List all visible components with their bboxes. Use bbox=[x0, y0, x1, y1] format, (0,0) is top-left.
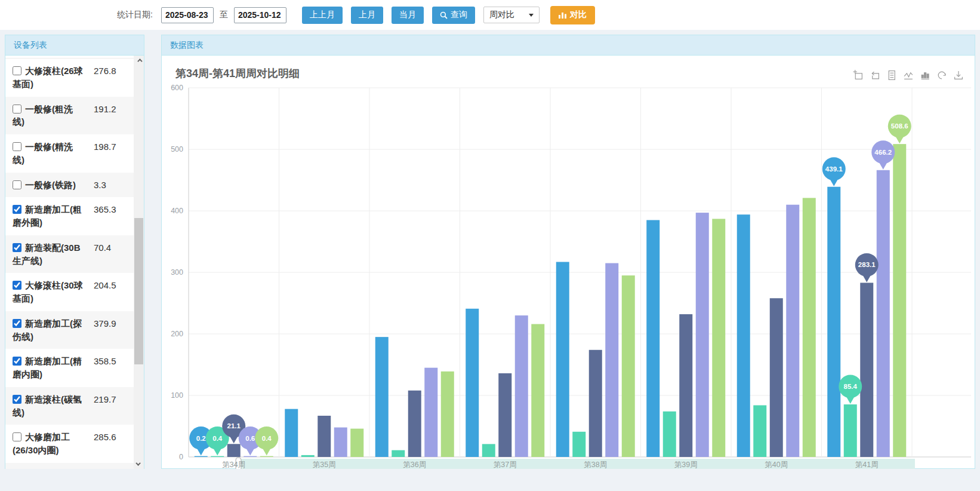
marker-pin-label: 0.6 bbox=[245, 435, 255, 442]
y-axis-label: 400 bbox=[171, 207, 183, 215]
bar bbox=[350, 429, 363, 457]
equipment-label: 大修滚柱(30球基面) bbox=[13, 279, 84, 305]
equipment-label: 一般修(粗洗线) bbox=[13, 103, 84, 129]
date-from-input[interactable] bbox=[161, 7, 214, 23]
chart-panel-title: 数据图表 bbox=[162, 35, 975, 56]
equipment-row[interactable]: 新造滚柱(碳氢线)219.7 bbox=[5, 387, 134, 425]
equipment-row[interactable]: 大修滚柱(26球基面)276.8 bbox=[5, 59, 134, 97]
bar bbox=[301, 455, 315, 457]
equipment-row[interactable]: 新造磨加工(探伤线)379.9 bbox=[5, 311, 134, 349]
bar bbox=[622, 275, 635, 457]
bar-chart-icon[interactable] bbox=[920, 70, 930, 81]
bar bbox=[827, 187, 840, 457]
bar bbox=[392, 450, 405, 457]
equipment-row[interactable]: 一般修(铁路)3.3 bbox=[5, 173, 134, 198]
bar bbox=[860, 283, 873, 457]
compare-mode-select[interactable]: 周对比 bbox=[483, 7, 540, 23]
scroll-down-arrow[interactable] bbox=[134, 459, 144, 469]
equipment-label: 一般修(铁路) bbox=[13, 179, 84, 192]
chart-title: 第34周-第41周周对比明细 bbox=[175, 66, 300, 81]
equipment-label: 新造磨加工(精磨内圈) bbox=[13, 355, 84, 381]
prev-month-button[interactable]: 上月 bbox=[351, 7, 383, 24]
equipment-row[interactable]: 新造磨加工(粗磨外圈)365.3 bbox=[5, 197, 134, 235]
equipment-label: 一般修(精洗线) bbox=[13, 140, 84, 167]
scroll-up-arrow[interactable] bbox=[134, 56, 144, 65]
bar bbox=[227, 444, 241, 457]
equipment-checkbox[interactable] bbox=[13, 243, 21, 252]
search-icon bbox=[440, 11, 448, 19]
compare-button[interactable]: 对比 bbox=[550, 6, 595, 24]
y-axis-label: 100 bbox=[171, 391, 183, 400]
bar bbox=[515, 315, 528, 457]
sidebar-scrollbar[interactable] bbox=[134, 56, 144, 469]
top-toolbar: 统计日期: 至 上上月 上月 当月 查询 周对比 对比 bbox=[0, 0, 980, 30]
equipment-label: 大修滚柱(26球基面) bbox=[13, 65, 84, 91]
equipment-value: 198.7 bbox=[94, 140, 116, 153]
bar bbox=[572, 432, 585, 457]
equipment-checkbox[interactable] bbox=[13, 66, 21, 75]
data-view-icon[interactable] bbox=[886, 70, 897, 81]
equipment-value: 219.7 bbox=[94, 393, 116, 406]
equipment-row[interactable]: 新造磨加工(精磨内圈)358.5 bbox=[5, 349, 134, 387]
bar bbox=[696, 213, 709, 457]
bar bbox=[441, 372, 454, 457]
restore-icon[interactable] bbox=[936, 70, 947, 81]
equipment-checkbox[interactable] bbox=[13, 105, 21, 113]
zoom-select-icon[interactable] bbox=[853, 70, 864, 81]
y-axis-label: 0 bbox=[179, 453, 183, 461]
query-button[interactable]: 查询 bbox=[432, 7, 475, 24]
equipment-value: 276.8 bbox=[94, 65, 116, 77]
equipment-label: 新造磨加工(粗磨外圈) bbox=[13, 203, 84, 229]
equipment-row[interactable]: 一般修(粗洗线)191.2 bbox=[5, 97, 134, 135]
equipment-row[interactable]: 大修磨加工(26/30内圈)285.6 bbox=[5, 425, 134, 463]
chart-panel: 数据图表 第34周-第41周周对比明细 0100200300400500600第… bbox=[161, 35, 975, 469]
prev2-month-button[interactable]: 上上月 bbox=[302, 7, 343, 24]
current-month-button[interactable]: 当月 bbox=[392, 7, 424, 24]
bar bbox=[375, 337, 389, 457]
bar bbox=[408, 391, 421, 457]
chevron-down-icon bbox=[529, 14, 534, 17]
line-chart-icon[interactable] bbox=[903, 70, 914, 81]
bar bbox=[260, 456, 273, 457]
zoom-reset-icon[interactable] bbox=[870, 70, 880, 81]
equipment-checkbox[interactable] bbox=[13, 319, 21, 328]
equipment-row[interactable]: 新造滚柱(26/30碳氢线)177.0 bbox=[5, 463, 134, 469]
equipment-checkbox[interactable] bbox=[13, 205, 21, 214]
marker-pin-label: 21.1 bbox=[227, 422, 241, 429]
x-axis-label: 第34周 bbox=[222, 461, 245, 469]
date-to-input[interactable] bbox=[234, 7, 286, 23]
bar bbox=[285, 409, 298, 457]
equipment-checkbox[interactable] bbox=[13, 281, 21, 290]
bar bbox=[844, 404, 857, 457]
y-axis-label: 200 bbox=[171, 330, 183, 338]
bar bbox=[737, 214, 750, 457]
marker-pin-label: 283.1 bbox=[858, 261, 876, 268]
scrollbar-thumb[interactable] bbox=[134, 218, 143, 364]
marker-pin-label: 466.2 bbox=[874, 149, 892, 156]
equipment-row[interactable]: 大修滚柱(30球基面)204.5 bbox=[5, 273, 134, 311]
bar bbox=[877, 170, 890, 457]
equipment-checkbox[interactable] bbox=[13, 395, 21, 404]
equipment-label: 新造磨加工(探伤线) bbox=[13, 317, 84, 343]
x-axis-label: 第35周 bbox=[313, 461, 336, 469]
datazoom-band[interactable] bbox=[238, 459, 915, 469]
equipment-row[interactable]: 新造装配(30B生产线)70.4 bbox=[5, 235, 134, 274]
equipment-checkbox[interactable] bbox=[13, 432, 21, 441]
date-between-label: 至 bbox=[220, 10, 228, 20]
equipment-checkbox[interactable] bbox=[13, 357, 21, 366]
equipment-checkbox[interactable] bbox=[13, 180, 21, 189]
y-axis-label: 500 bbox=[171, 145, 183, 154]
equipment-checkbox[interactable] bbox=[13, 142, 21, 151]
marker-pin-label: 0.2 bbox=[196, 435, 206, 442]
equipment-row[interactable]: 一般修(精洗线)198.7 bbox=[5, 134, 134, 173]
bar bbox=[424, 368, 437, 457]
bar bbox=[211, 456, 224, 457]
equipment-label: 大修磨加工(26/30内圈) bbox=[13, 431, 84, 457]
x-axis-label: 第40周 bbox=[765, 461, 788, 469]
bar bbox=[679, 314, 692, 457]
equipment-value: 379.9 bbox=[94, 317, 116, 330]
download-icon[interactable] bbox=[953, 70, 964, 81]
bar bbox=[334, 428, 347, 457]
bar bbox=[531, 324, 544, 457]
bar bbox=[556, 262, 569, 457]
